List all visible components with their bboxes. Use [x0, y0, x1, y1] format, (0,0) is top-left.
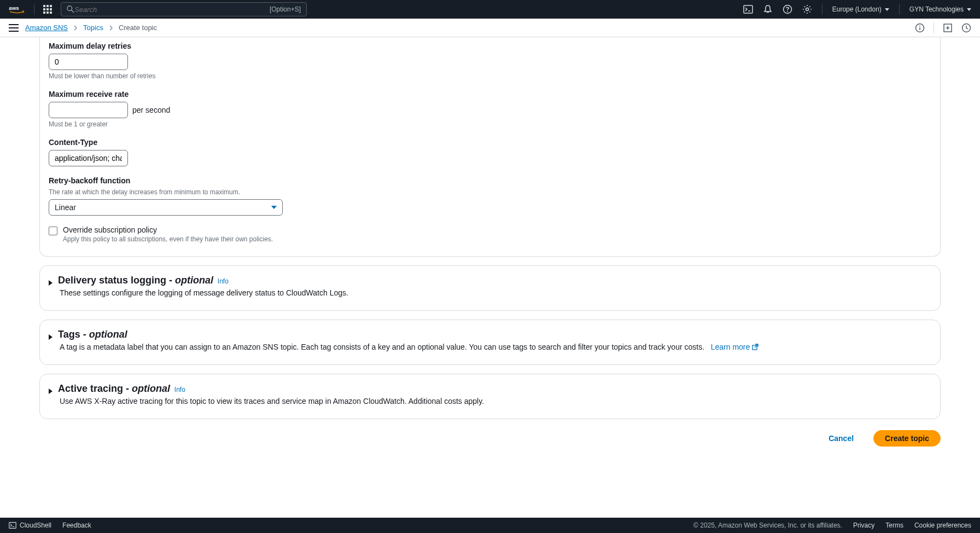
svg-rect-7: [43, 11, 45, 14]
nav-divider: [899, 4, 900, 15]
search-box[interactable]: [Option+S]: [61, 2, 307, 16]
max-delay-retries-input[interactable]: [49, 54, 128, 70]
retry-backoff-label: Retry-backoff function: [49, 176, 931, 185]
hamburger-icon[interactable]: [9, 24, 19, 32]
breadcrumb-current: Create topic: [119, 24, 157, 32]
top-nav: aws [Option+S] Europe (London) GYN Techn…: [0, 0, 980, 19]
active-tracing-section: Active tracing - optional Info Use AWS X…: [39, 374, 941, 419]
retry-backoff-select[interactable]: Linear: [49, 199, 283, 216]
content-type-input[interactable]: [49, 150, 128, 166]
override-policy-label: Override subscription policy: [63, 225, 273, 234]
cloudshell-icon[interactable]: [743, 4, 753, 14]
apps-icon[interactable]: [43, 5, 52, 14]
max-receive-rate-field: Maximum receive rate per second Must be …: [49, 90, 931, 128]
breadcrumb-root[interactable]: Amazon SNS: [25, 24, 68, 32]
help-icon[interactable]: [783, 4, 792, 14]
svg-rect-3: [50, 5, 52, 7]
retry-backoff-desc: The rate at which the delay increases fr…: [49, 188, 931, 196]
aws-logo[interactable]: aws: [9, 4, 25, 14]
breadcrumb: Amazon SNS Topics Create topic: [25, 24, 157, 32]
max-receive-rate-label: Maximum receive rate: [49, 90, 931, 99]
svg-point-10: [67, 6, 72, 11]
active-tracing-desc: Use AWS X-Ray active tracing for this to…: [60, 397, 931, 405]
svg-rect-12: [744, 5, 752, 13]
svg-rect-1: [43, 5, 45, 7]
main-content: Maximum delay retries Must be lower than…: [0, 37, 980, 474]
info-link[interactable]: Info: [174, 386, 185, 393]
override-policy-checkbox[interactable]: [49, 227, 57, 235]
svg-rect-6: [50, 8, 52, 10]
svg-line-11: [72, 10, 74, 13]
max-receive-rate-hint: Must be 1 or greater: [49, 120, 931, 128]
svg-rect-5: [46, 8, 49, 10]
create-topic-button[interactable]: Create topic: [873, 430, 941, 447]
external-link-icon: [752, 344, 759, 350]
tags-section: Tags - optional A tag is a metadata labe…: [39, 320, 941, 365]
info-circle-icon[interactable]: [915, 23, 925, 33]
chevron-right-icon: [73, 25, 78, 31]
delivery-status-title: Delivery status logging - optional: [58, 275, 213, 286]
active-tracing-title: Active tracing - optional: [58, 383, 170, 394]
override-policy-field: Override subscription policy Apply this …: [49, 225, 931, 243]
tags-title: Tags - optional: [58, 329, 127, 340]
expand-icon[interactable]: [943, 23, 953, 33]
cancel-button[interactable]: Cancel: [818, 431, 865, 446]
svg-point-16: [806, 8, 808, 11]
bell-icon[interactable]: [763, 4, 773, 14]
svg-rect-9: [50, 11, 52, 14]
gear-icon[interactable]: [802, 4, 812, 14]
retry-backoff-value: Linear: [55, 203, 76, 212]
expand-caret-icon[interactable]: [49, 334, 52, 340]
max-receive-rate-suffix: per second: [132, 106, 170, 114]
chevron-right-icon: [109, 25, 113, 31]
expand-caret-icon[interactable]: [49, 280, 52, 286]
caret-down-icon: [967, 8, 971, 11]
learn-more-link[interactable]: Learn more: [711, 343, 759, 351]
nav-divider: [34, 4, 34, 15]
divider: [934, 22, 934, 33]
caret-down-icon: [271, 206, 277, 209]
svg-point-21: [919, 25, 920, 26]
retry-backoff-field: Retry-backoff function The rate at which…: [49, 176, 931, 216]
delivery-status-desc: These settings configure the logging of …: [60, 288, 931, 297]
tags-desc: A tag is a metadata label that you can a…: [60, 343, 931, 351]
region-selector[interactable]: Europe (London): [832, 5, 889, 13]
max-delay-retries-label: Maximum delay retries: [49, 42, 931, 50]
info-link[interactable]: Info: [218, 277, 229, 285]
max-delay-retries-field: Maximum delay retries Must be lower than…: [49, 42, 931, 80]
breadcrumb-bar: Amazon SNS Topics Create topic: [0, 19, 980, 37]
search-icon: [67, 5, 74, 13]
search-shortcut: [Option+S]: [270, 5, 301, 13]
svg-rect-2: [46, 5, 49, 7]
svg-point-15: [787, 11, 788, 12]
svg-rect-4: [43, 8, 45, 10]
nav-divider: [822, 4, 822, 15]
content-type-label: Content-Type: [49, 138, 931, 147]
expand-caret-icon[interactable]: [49, 389, 52, 394]
search-input[interactable]: [74, 5, 270, 14]
override-policy-hint: Apply this policy to all subscriptions, …: [63, 235, 273, 243]
svg-rect-8: [46, 11, 49, 14]
breadcrumb-mid[interactable]: Topics: [83, 24, 103, 32]
clock-icon[interactable]: [961, 23, 971, 33]
max-receive-rate-input[interactable]: [49, 102, 128, 118]
svg-text:aws: aws: [9, 5, 19, 11]
max-delay-retries-hint: Must be lower than number of retries: [49, 72, 931, 80]
caret-down-icon: [885, 8, 889, 11]
delivery-status-section: Delivery status logging - optional Info …: [39, 265, 941, 311]
form-actions: Cancel Create topic: [39, 430, 941, 447]
delivery-retry-panel: Maximum delay retries Must be lower than…: [39, 37, 941, 257]
content-type-field: Content-Type: [49, 138, 931, 166]
account-selector[interactable]: GYN Technologies: [909, 5, 971, 13]
